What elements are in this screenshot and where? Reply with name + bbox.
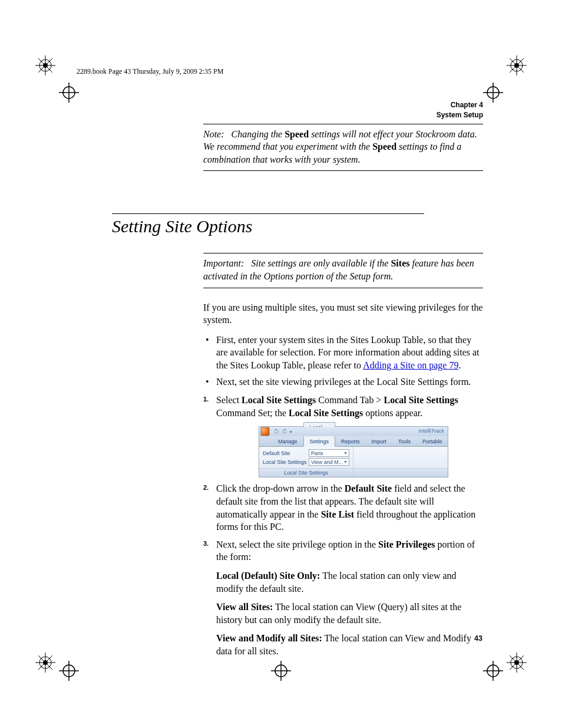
step-number: 2. (203, 483, 209, 492)
registration-mark-icon (507, 653, 527, 673)
running-header: Chapter 4 System Setup (112, 100, 483, 120)
ribbon-pad (353, 447, 448, 468)
local-site-settings-combo[interactable]: View and M... ▼ (309, 458, 349, 466)
section-heading: Setting Site Options (112, 216, 483, 236)
option-label: View and Modify all Sites: (216, 633, 322, 643)
list-text: . (458, 360, 461, 370)
pdf-header-slug: 2289.book Page 43 Thursday, July 9, 2009… (77, 67, 223, 76)
default-site-combo[interactable]: Paris ▼ (309, 449, 349, 457)
crop-mark-icon (59, 661, 79, 681)
crop-mark-icon (483, 83, 503, 103)
bold: Speed (372, 141, 396, 151)
qat-dropdown-icon[interactable]: ▾ (290, 429, 292, 434)
ribbon-group: Default Site Paris ▼ Local Site Settings… (259, 447, 353, 468)
tab-tools[interactable]: Tools (392, 437, 416, 446)
ribbon-pad (353, 468, 448, 477)
crop-mark-icon (271, 661, 291, 681)
step-number: 1. (203, 395, 209, 404)
step-item: 3. Next, select the site privilege optio… (203, 538, 483, 658)
step-text: Select (216, 395, 242, 405)
default-site-label: Default Site (263, 450, 309, 457)
option-label: Local (Default) Site Only: (216, 571, 320, 581)
note-callout: Note: Changing the Speed settings will n… (203, 124, 483, 172)
note-text: Changing the (232, 129, 285, 139)
step-item: 1. Select Local Site Settings Command Ta… (203, 394, 483, 477)
office-orb-icon[interactable] (260, 427, 270, 436)
list-item: First, enter your system sites in the Si… (203, 334, 483, 372)
chapter-title: System Setup (112, 110, 483, 120)
ribbon-group-strip: Default Site Paris ▼ Local Site Settings… (259, 447, 448, 468)
important-callout: Important: Site settings are only availa… (203, 253, 483, 288)
bold: Local Site Settings (289, 408, 363, 418)
bullet-list: First, enter your system sites in the Si… (203, 334, 483, 388)
section-rule (112, 213, 424, 214)
chevron-down-icon: ▼ (343, 450, 348, 456)
list-item: Next, set the site viewing privileges at… (203, 375, 483, 388)
undo-icon[interactable] (273, 429, 279, 434)
bold: Site Privileges (378, 539, 435, 549)
ribbon-screenshot-figure: ▾ IntelliTrack Manage Local Site Setting… (259, 426, 448, 477)
tab-portable[interactable]: Portable (416, 437, 448, 446)
chevron-down-icon: ▼ (343, 459, 348, 465)
local-site-settings-label: Local Site Settings (263, 459, 309, 466)
crop-mark-icon (59, 83, 79, 103)
step-text: options appear. (363, 408, 422, 418)
important-label: Important: (203, 258, 244, 268)
default-site-value: Paris (311, 450, 323, 457)
option-label: View all Sites: (216, 602, 273, 612)
bold: Default Site (345, 483, 392, 493)
step-text: Command Tab > (316, 395, 384, 405)
note-label: Note: (203, 129, 224, 139)
important-text: Site settings are only available if the (251, 258, 391, 268)
ribbon-tabs: Manage Local Site Settings Reports Impor… (259, 436, 448, 447)
bold: Speed (285, 129, 309, 139)
tab-reports[interactable]: Reports (335, 437, 366, 446)
body-paragraph: If you are using multiple sites, you mus… (203, 301, 483, 327)
registration-mark-icon (35, 55, 55, 75)
crop-mark-icon (483, 661, 503, 681)
app-title: IntelliTrack (419, 427, 444, 434)
ribbon-group-name: Local Site Settings (259, 468, 353, 477)
registration-mark-icon (35, 653, 55, 673)
bold: Site List (321, 509, 354, 519)
step-list: 1. Select Local Site Settings Command Ta… (203, 394, 483, 657)
step-text: Command Set; the (216, 408, 289, 418)
redo-icon[interactable] (282, 429, 287, 434)
cross-reference-link[interactable]: Adding a Site on page 79 (363, 360, 458, 370)
privilege-option: Local (Default) Site Only: The local sta… (216, 569, 483, 595)
bold: Local Site Settings (384, 395, 458, 405)
tab-import[interactable]: Import (366, 437, 393, 446)
privilege-option: View all Sites: The local station can Vi… (216, 601, 483, 626)
step-number: 3. (203, 539, 209, 548)
page-number: 43 (474, 634, 482, 643)
bold: Sites (391, 258, 409, 268)
titlebar: ▾ IntelliTrack (259, 427, 448, 436)
privilege-option: View and Modify all Sites: The local sta… (216, 632, 483, 657)
step-text: Click the drop-down arrow in the (216, 483, 345, 493)
step-item: 2. Click the drop-down arrow in the Defa… (203, 482, 483, 533)
chapter-label: Chapter 4 (112, 100, 483, 110)
bold: Local Site Settings (242, 395, 316, 405)
registration-mark-icon (507, 55, 527, 75)
step-text: Next, select the site privilege option i… (216, 539, 378, 549)
quick-access-toolbar: ▾ (273, 429, 292, 434)
tab-manage[interactable]: Manage (272, 437, 303, 446)
local-site-settings-value: View and M... (311, 459, 343, 466)
